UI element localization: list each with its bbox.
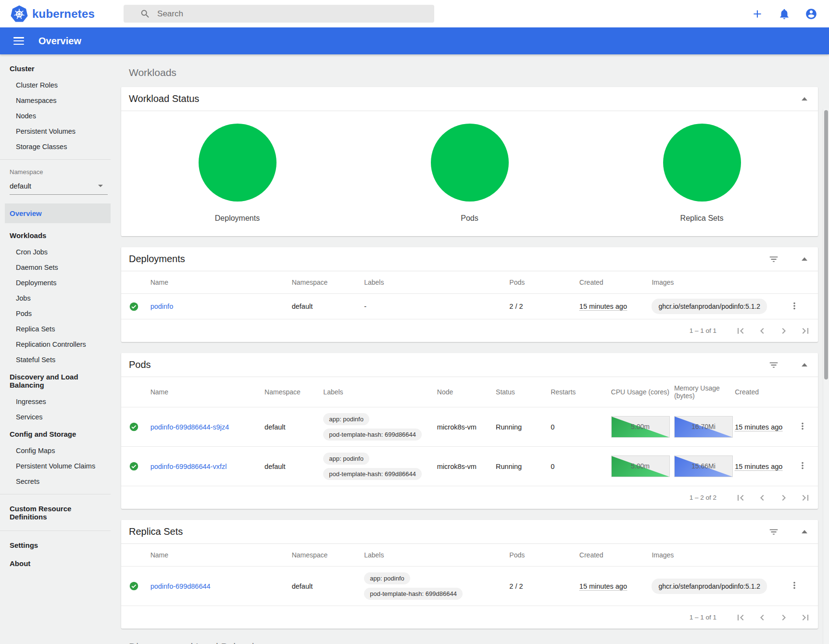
row-menu-button[interactable] bbox=[797, 460, 808, 472]
cell-labels: - bbox=[364, 294, 509, 319]
pagination: 1 – 2 of 2 bbox=[121, 486, 818, 509]
scrollbar[interactable] bbox=[823, 109, 829, 644]
col-header-namespace: Namespace bbox=[292, 544, 364, 567]
search-input[interactable] bbox=[157, 9, 434, 19]
sidebar-item-ingresses[interactable]: Ingresses bbox=[0, 394, 111, 409]
row-menu-button[interactable] bbox=[789, 580, 800, 592]
topbar-actions bbox=[751, 8, 817, 20]
deployments-table: Name Namespace Labels Pods Created Image… bbox=[121, 271, 818, 319]
replica-sets-pie-chart bbox=[663, 124, 741, 202]
sidebar-item-persistent-volume-claims[interactable]: Persistent Volume Claims bbox=[0, 458, 111, 474]
create-resource-button[interactable] bbox=[751, 8, 764, 20]
image-chip: ghcr.io/stefanprodan/podinfo:5.1.2 bbox=[652, 579, 767, 594]
memory-usage-sparkline: 15.66Mi bbox=[674, 455, 733, 477]
replica-set-link[interactable]: podinfo-699d86644 bbox=[151, 582, 211, 590]
sidebar-item-services[interactable]: Services bbox=[0, 409, 111, 425]
row-menu-button[interactable] bbox=[789, 301, 800, 312]
sidebar-item-replication-controllers[interactable]: Replication Controllers bbox=[0, 337, 111, 352]
sidebar-item-secrets[interactable]: Secrets bbox=[0, 474, 111, 489]
pod-link[interactable]: podinfo-699d86644-vxfzl bbox=[151, 463, 227, 470]
replica-sets-table: Name Namespace Labels Pods Created Image… bbox=[121, 544, 818, 606]
sidebar-item-cron-jobs[interactable]: Cron Jobs bbox=[0, 244, 111, 260]
pagination: 1 – 1 of 1 bbox=[121, 319, 818, 342]
sidebar-item-cluster-roles[interactable]: Cluster Roles bbox=[0, 77, 111, 93]
last-page-button[interactable] bbox=[800, 492, 811, 504]
sidebar-item-custom-resource-definitions[interactable]: Custom Resource Definitions bbox=[0, 499, 111, 526]
filter-button[interactable] bbox=[768, 526, 779, 538]
sidebar-item-persistent-volumes[interactable]: Persistent Volumes bbox=[0, 124, 111, 139]
kubernetes-logo[interactable]: kubernetes bbox=[11, 5, 95, 23]
page-title: Overview bbox=[38, 36, 81, 47]
card-title-deployments: Deployments bbox=[129, 253, 185, 265]
sidebar-item-deployments[interactable]: Deployments bbox=[0, 275, 111, 290]
filter-button[interactable] bbox=[768, 253, 779, 265]
sidebar-group-cluster: Cluster bbox=[0, 59, 111, 77]
next-page-button[interactable] bbox=[778, 612, 790, 623]
account-button[interactable] bbox=[805, 8, 817, 20]
kubernetes-wheel-icon bbox=[11, 5, 28, 23]
sidebar-item-jobs[interactable]: Jobs bbox=[0, 290, 111, 306]
pods-card: Pods Name Namespace Labels Node Status R… bbox=[121, 353, 818, 509]
sidebar-item-pods[interactable]: Pods bbox=[0, 306, 111, 321]
col-header-namespace: Namespace bbox=[292, 271, 364, 294]
replica-sets-card: Replica Sets Name Namespace Labels Pods … bbox=[121, 520, 818, 629]
filter-button[interactable] bbox=[768, 359, 779, 371]
filter-icon bbox=[768, 527, 779, 537]
sidebar-item-storage-classes[interactable]: Storage Classes bbox=[0, 139, 111, 154]
sidebar-item-namespaces[interactable]: Namespaces bbox=[0, 93, 111, 108]
first-page-button[interactable] bbox=[735, 325, 746, 337]
label-chip: pod-template-hash: 699d86644 bbox=[364, 588, 463, 600]
kebab-icon bbox=[797, 460, 808, 471]
deployment-link[interactable]: podinfo bbox=[151, 303, 174, 310]
first-page-button[interactable] bbox=[735, 492, 746, 504]
section-title-workloads: Workloads bbox=[129, 67, 818, 78]
collapse-button[interactable] bbox=[799, 93, 810, 105]
prev-page-button[interactable] bbox=[756, 612, 768, 623]
sidebar-divider bbox=[0, 530, 111, 531]
search-box[interactable] bbox=[124, 5, 434, 23]
scrollbar-thumb[interactable] bbox=[824, 110, 828, 379]
first-page-button[interactable] bbox=[735, 612, 746, 623]
pods-pie-chart bbox=[431, 124, 509, 202]
col-header-created: Created bbox=[579, 544, 652, 567]
menu-icon[interactable] bbox=[13, 37, 24, 45]
last-page-button[interactable] bbox=[800, 325, 811, 337]
sidebar-item-daemon-sets[interactable]: Daemon Sets bbox=[0, 260, 111, 275]
sidebar-item-about[interactable]: About bbox=[0, 554, 111, 572]
collapse-button[interactable] bbox=[799, 526, 810, 538]
prev-page-button[interactable] bbox=[756, 325, 768, 337]
col-header-created: Created bbox=[579, 271, 652, 294]
pagination-info: 1 – 1 of 1 bbox=[690, 327, 716, 334]
col-header-labels: Labels bbox=[364, 271, 509, 294]
kebab-icon bbox=[789, 580, 800, 591]
prev-page-button[interactable] bbox=[756, 492, 768, 504]
pod-link[interactable]: podinfo-699d86644-s9jz4 bbox=[151, 423, 229, 431]
table-row: podinfo-699d86644-vxfzl default app: pod… bbox=[121, 447, 818, 486]
sidebar-item-stateful-sets[interactable]: Stateful Sets bbox=[0, 352, 111, 367]
label-chip: pod-template-hash: 699d86644 bbox=[323, 429, 422, 441]
next-page-button[interactable] bbox=[778, 492, 790, 504]
sidebar-item-settings[interactable]: Settings bbox=[0, 536, 111, 554]
notifications-button[interactable] bbox=[778, 8, 791, 20]
chevron-up-icon bbox=[802, 257, 807, 261]
cell-created: 15 minutes ago bbox=[735, 423, 782, 431]
sidebar-item-replica-sets[interactable]: Replica Sets bbox=[0, 321, 111, 337]
filter-icon bbox=[768, 360, 779, 370]
next-page-button[interactable] bbox=[778, 325, 790, 337]
collapse-button[interactable] bbox=[799, 253, 810, 265]
namespace-select[interactable]: default bbox=[10, 177, 108, 195]
row-menu-button[interactable] bbox=[797, 421, 808, 432]
sidebar-item-overview[interactable]: Overview bbox=[5, 203, 111, 223]
namespace-value: default bbox=[10, 182, 31, 190]
sidebar-item-config-maps[interactable]: Config Maps bbox=[0, 443, 111, 458]
deployments-card: Deployments Name Namespace Labels Pods C… bbox=[121, 247, 818, 342]
col-header-name: Name bbox=[151, 544, 292, 567]
last-page-button[interactable] bbox=[800, 612, 811, 623]
label-chip: app: podinfo bbox=[364, 572, 410, 584]
cell-restarts: 0 bbox=[551, 407, 611, 447]
bell-icon bbox=[778, 8, 791, 20]
sidebar-item-nodes[interactable]: Nodes bbox=[0, 108, 111, 124]
section-title-discovery: Discovery and Load Balancing bbox=[129, 641, 818, 644]
main-content: Workloads Workload Status Deployments Po… bbox=[111, 54, 829, 644]
collapse-button[interactable] bbox=[799, 359, 810, 371]
